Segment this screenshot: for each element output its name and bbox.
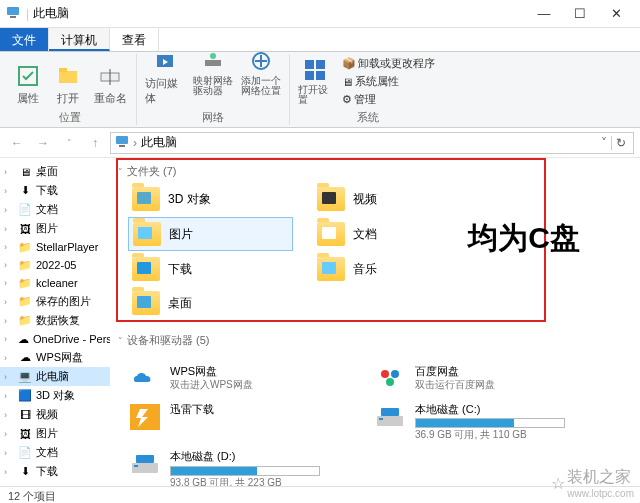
properties-button[interactable]: 属性	[10, 61, 46, 108]
folder-item-pic[interactable]: 图片	[128, 217, 293, 251]
chevron-icon: ›	[4, 448, 7, 458]
sidebar-item-label: 3D 对象	[36, 388, 75, 403]
add-network-location-button[interactable]: 添加一个网络位置	[239, 46, 283, 108]
folder-item-3d[interactable]: 3D 对象	[128, 183, 293, 215]
status-text: 12 个项目	[8, 490, 56, 502]
address-input[interactable]: › 此电脑 ˅ ↻	[110, 132, 634, 154]
drive-item-0[interactable]: WPS网盘双击进入WPS网盘	[128, 364, 353, 394]
address-dropdown[interactable]: ˅	[601, 136, 607, 150]
svg-rect-22	[377, 416, 403, 426]
drive-sub: 93.8 GB 可用, 共 223 GB	[170, 476, 320, 486]
pc-icon	[115, 134, 129, 151]
folder-item-desk[interactable]: 桌面	[128, 287, 293, 319]
chevron-icon: ›	[4, 260, 7, 270]
breadcrumb-sep: ›	[133, 136, 137, 150]
status-bar: 12 个项目	[0, 486, 640, 503]
folder-icon	[132, 291, 160, 315]
uninstall-programs-button[interactable]: 📦卸载或更改程序	[338, 55, 439, 72]
sidebar-item-2[interactable]: ›📄文档	[0, 200, 110, 219]
sidebar-item-3[interactable]: ›🖼图片	[0, 219, 110, 238]
group-label-system: 系统	[357, 110, 379, 125]
window-title: 此电脑	[33, 5, 526, 22]
tab-file[interactable]: 文件	[0, 28, 49, 51]
drive-item-3[interactable]: 本地磁盘 (C:)36.9 GB 可用, 共 110 GB	[373, 402, 598, 441]
svg-rect-12	[305, 60, 314, 69]
nav-history-dropdown[interactable]: ˅	[58, 132, 80, 154]
system-properties-label: 系统属性	[355, 74, 399, 89]
folder-label: 下载	[168, 261, 192, 278]
drive-name: WPS网盘	[170, 364, 253, 378]
maximize-button[interactable]: ☐	[562, 6, 598, 21]
sidebar-item-6[interactable]: ›📁kcleaner	[0, 274, 110, 292]
chevron-icon: ›	[4, 186, 7, 196]
folder-item-mus[interactable]: 音乐	[313, 253, 478, 285]
sidebar-item-1[interactable]: ›⬇下载	[0, 181, 110, 200]
sidebar-item-label: 保存的图片	[36, 294, 91, 309]
manage-button[interactable]: ⚙管理	[338, 91, 439, 108]
sidebar-item-13[interactable]: ›🎞视频	[0, 405, 110, 424]
system-properties-button[interactable]: 🖥系统属性	[338, 73, 439, 90]
folders-header[interactable]: 文件夹 (7)	[118, 164, 636, 179]
properties-icon	[15, 63, 41, 89]
folder-item-vid[interactable]: 视频	[313, 183, 478, 215]
sidebar-item-15[interactable]: ›📄文档	[0, 443, 110, 462]
wps-icon: ☁	[18, 351, 32, 365]
sidebar-item-5[interactable]: ›📁2022-05	[0, 256, 110, 274]
sidebar-item-10[interactable]: ›☁WPS网盘	[0, 348, 110, 367]
sidebar-item-0[interactable]: ›🖥桌面	[0, 162, 110, 181]
sidebar-item-11[interactable]: ›💻此电脑	[0, 367, 110, 386]
watermark-sub: www.lotpc.com	[567, 488, 634, 499]
nav-up-button[interactable]: ↑	[84, 132, 106, 154]
folder-label: 音乐	[353, 261, 377, 278]
sidebar-item-16[interactable]: ›⬇下载	[0, 462, 110, 481]
pc-icon: 💻	[18, 370, 32, 384]
chevron-icon: ›	[4, 334, 7, 344]
drive-item-2[interactable]: 迅雷下载	[128, 402, 353, 441]
ribbon-group-location: 属性 打开 重命名 位置	[4, 54, 137, 125]
rename-button[interactable]: 重命名	[90, 61, 130, 108]
ribbon-group-system: 打开设置 📦卸载或更改程序 🖥系统属性 ⚙管理 系统	[290, 54, 445, 125]
close-button[interactable]: ✕	[598, 6, 634, 21]
svg-point-10	[210, 53, 216, 59]
nav-sidebar: ›🖥桌面›⬇下载›📄文档›🖼图片›📁StellarPlayer›📁2022-05…	[0, 158, 110, 486]
access-media-button[interactable]: 访问媒体	[143, 46, 187, 108]
add-network-icon	[248, 48, 274, 74]
nav-back-button[interactable]: ←	[6, 132, 28, 154]
sidebar-item-label: 2022-05	[36, 259, 76, 271]
sidebar-item-12[interactable]: ›🟦3D 对象	[0, 386, 110, 405]
add-network-location-label: 添加一个网络位置	[241, 76, 281, 96]
sidebar-item-8[interactable]: ›📁数据恢复	[0, 311, 110, 330]
sidebar-item-label: 视频	[36, 407, 58, 422]
tab-computer[interactable]: 计算机	[49, 28, 110, 51]
download-icon: ⬇	[18, 465, 32, 479]
nav-forward-button[interactable]: →	[32, 132, 54, 154]
drive-sub: 双击运行百度网盘	[415, 378, 495, 391]
open-button[interactable]: 打开	[50, 61, 86, 108]
drive-item-4[interactable]: 本地磁盘 (D:)93.8 GB 可用, 共 223 GB	[128, 449, 353, 486]
minimize-button[interactable]: —	[526, 6, 562, 21]
drive-item-1[interactable]: 百度网盘双击运行百度网盘	[373, 364, 598, 394]
chevron-icon: ›	[4, 297, 7, 307]
address-text[interactable]: 此电脑	[141, 134, 177, 151]
sidebar-item-9[interactable]: ›☁OneDrive - Personal	[0, 330, 110, 348]
sidebar-item-4[interactable]: ›📁StellarPlayer	[0, 238, 110, 256]
folders-grid: 3D 对象视频图片文档下载音乐桌面	[128, 183, 478, 319]
folder-item-dl[interactable]: 下载	[128, 253, 293, 285]
folder-label: 图片	[169, 226, 193, 243]
settings-icon	[302, 57, 328, 83]
sidebar-item-7[interactable]: ›📁保存的图片	[0, 292, 110, 311]
folder-icon	[132, 187, 160, 211]
svg-rect-13	[316, 60, 325, 69]
open-settings-button[interactable]: 打开设置	[296, 55, 334, 107]
svg-rect-27	[136, 455, 154, 463]
desktop-icon: 🖥	[18, 165, 32, 179]
drives-header[interactable]: 设备和驱动器 (5)	[118, 333, 636, 348]
sidebar-item-label: OneDrive - Personal	[33, 333, 110, 345]
folder-item-doc[interactable]: 文档	[313, 217, 478, 251]
folder-label: 3D 对象	[168, 191, 211, 208]
drive-icon	[373, 364, 407, 394]
sidebar-item-14[interactable]: ›🖼图片	[0, 424, 110, 443]
refresh-button[interactable]: ↻	[611, 136, 629, 150]
map-network-drive-button[interactable]: 映射网络驱动器	[191, 46, 235, 108]
svg-rect-25	[132, 463, 158, 473]
